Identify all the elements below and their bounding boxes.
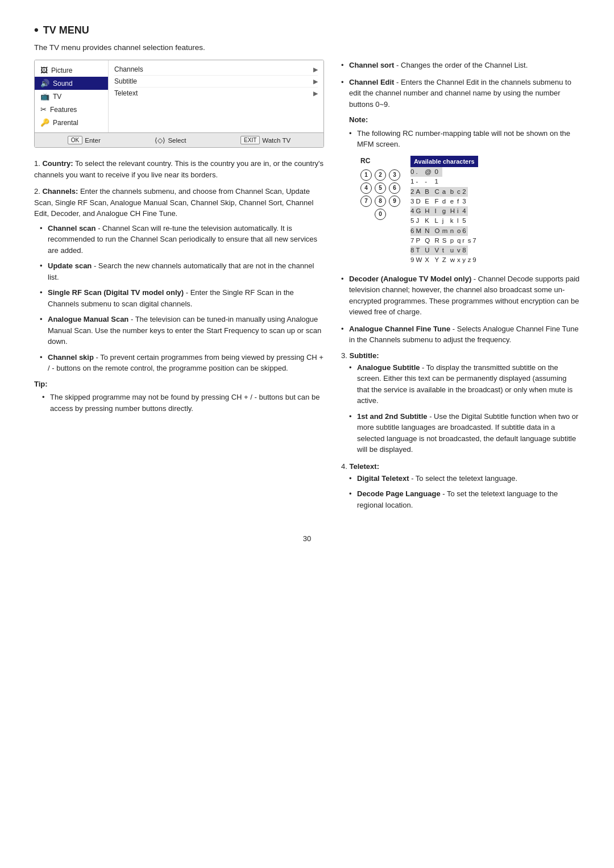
channel-sort-bold: Channel sort [349, 61, 394, 69]
note-label: Note: [349, 114, 580, 126]
update-scan-item: Update scan - Search the new channels au… [40, 260, 324, 283]
rc-row-4-col3: I [434, 206, 442, 216]
menu-item-tv-label: TV [53, 93, 61, 101]
rc-row-1-col2: - [425, 177, 434, 186]
select-icon: ⟨◇⟩ [155, 136, 165, 144]
rc-row-2-col4: a [442, 187, 450, 197]
analogue-fine-bold: Analogue Channel Fine Tune [349, 325, 450, 333]
analogue-subtitle-bold: Analogue Subtitle [357, 363, 420, 372]
rc-row-9-col9: 9 [472, 255, 478, 265]
rc-row-8-col7: 8 [462, 246, 467, 255]
rc-row-7-col6: q [457, 236, 462, 246]
footer-enter: OK Enter [68, 136, 101, 144]
arrow-teletext: ▶ [313, 90, 318, 97]
menu-item-parental[interactable]: 🔑 Parental [35, 116, 108, 129]
submenu-subtitle[interactable]: Subtitle ▶ [114, 76, 318, 88]
rc-row-2-col0: 2 [410, 187, 416, 197]
channel-skip-bold: Channel skip [48, 353, 94, 362]
decoder-item: Decoder (Analogue TV Model only) - Chann… [341, 273, 580, 318]
menu-item-picture-label: Picture [51, 67, 72, 74]
tip-box: Tip: The skipped programme may not be fo… [34, 379, 324, 414]
menu-item-tv[interactable]: 📺 TV [35, 90, 108, 103]
rc-btn-9: 9 [389, 196, 400, 207]
channel-sort-text: - Changes the order of the Channel List. [394, 61, 528, 69]
subtitle-1st2nd-bold: 1st and 2nd Subtitle [357, 412, 428, 421]
channel-scan-item: Channel scan - Channel Scan will re-tune… [40, 223, 324, 256]
select-label: Select [168, 137, 186, 144]
left-column: 🖼 Picture 🔊 Sound 📺 TV ✂ [34, 60, 324, 517]
rc-row-9: 9 W X Y Z w x y z [410, 255, 478, 265]
tv-menu-box: 🖼 Picture 🔊 Sound 📺 TV ✂ [34, 60, 324, 148]
menu-item-parental-label: Parental [53, 119, 78, 127]
page-container: TV MENU The TV menu provides channel sel… [34, 23, 580, 543]
subtitle-num: 3. [341, 351, 349, 360]
rc-row-0-col3: 0 [434, 167, 442, 177]
rc-row-9-col1: W [416, 255, 425, 265]
single-rf-bold: Single RF Scan (Digital TV model only) [48, 288, 184, 297]
channels-bold: Channels: [42, 187, 78, 196]
note-section: Note: The following RC number-mapping ta… [349, 114, 580, 150]
rc-row-0: 0 . @ 0 [410, 167, 478, 177]
rc-row-6-col0: 6 [410, 226, 416, 236]
rc-row-7-col3: R [434, 236, 442, 246]
rc-row-7-col4: S [442, 236, 450, 246]
channel-edit-item: Channel Edit - Enters the Channel Edit i… [341, 77, 580, 265]
intro-text: The TV menu provides channel selection f… [34, 43, 580, 52]
rc-row-2-col7: 2 [462, 187, 467, 197]
country-text: To select the relevant country. This is … [34, 159, 323, 179]
rc-row-3-col1: D [416, 197, 425, 206]
submenu-subtitle-label: Subtitle [114, 77, 137, 85]
rc-btn-2: 2 [375, 169, 386, 181]
exit-button[interactable]: EXIT [240, 136, 260, 144]
watch-label: Watch TV [262, 137, 291, 144]
rc-row-7: 7 P Q R S p q r s [410, 236, 478, 246]
rc-row-6-col3: O [434, 226, 442, 236]
available-chars-header: Available characters [410, 156, 478, 168]
rc-row-5-col7: 5 [462, 216, 467, 226]
channel-scan-bold: Channel scan [48, 224, 96, 232]
rc-row-1-col1: - [416, 177, 425, 186]
decode-page-item: Decode Page Language - To set the telete… [349, 488, 580, 510]
channel-sort-item: Channel sort - Changes the order of the … [341, 60, 580, 71]
rc-row-5: 5 J K L j k l 5 [410, 216, 478, 226]
submenu-teletext[interactable]: Teletext ▶ [114, 88, 318, 99]
channels-num: 2. [34, 187, 42, 196]
rc-row-5-col0: 5 [410, 216, 416, 226]
rc-row-4-col4: g [442, 206, 450, 216]
submenu-channels[interactable]: Channels ▶ [114, 64, 318, 76]
sound-icon: 🔊 [40, 79, 49, 88]
single-rf-item: Single RF Scan (Digital TV model only) -… [40, 287, 324, 309]
rc-row-0-col1: . [416, 167, 425, 177]
rc-row-6-col1: M [416, 226, 425, 236]
rc-row-0-col2: @ [425, 167, 434, 177]
rc-row-5-col5: k [450, 216, 457, 226]
rc-row-5-col4: j [442, 216, 450, 226]
ok-button[interactable]: OK [68, 136, 82, 144]
rc-row-8-col4: t [442, 246, 450, 255]
tip-content-list: The skipped programme may not be found b… [34, 392, 324, 414]
menu-item-picture[interactable]: 🖼 Picture [35, 64, 108, 77]
rc-row-9-col2: X [425, 255, 434, 265]
page-title: TV MENU [34, 23, 580, 38]
enter-label: Enter [85, 137, 101, 144]
rc-row-6-col7: 6 [462, 226, 467, 236]
menu-item-features[interactable]: ✂ Features [35, 103, 108, 116]
rc-row-2-col1: A [416, 187, 425, 197]
rc-row-9-col3: Y [434, 255, 442, 265]
rc-row-4-col7: 4 [462, 206, 467, 216]
picture-icon: 🖼 [40, 66, 48, 74]
channel-skip-item: Channel skip - To prevent certain progra… [40, 352, 324, 374]
rc-row-0-col0: 0 [410, 167, 416, 177]
rc-row-7-col5: p [450, 236, 457, 246]
rc-label: RC [360, 156, 401, 166]
rc-row-3-col0: 3 [410, 197, 416, 206]
rc-btn-0: 0 [375, 209, 386, 220]
main-list: 1. Country: To select the relevant count… [34, 158, 324, 414]
subtitle-section: 3. Subtitle: Analogue Subtitle - To disp… [341, 351, 580, 455]
rc-row-3: 3 D E F d e f 3 [410, 197, 478, 206]
rc-row-4-col1: G [416, 206, 425, 216]
rc-row-7-col0: 7 [410, 236, 416, 246]
menu-item-sound[interactable]: 🔊 Sound [35, 77, 108, 90]
rc-row-3-col4: d [442, 197, 450, 206]
rc-row-2-col3: C [434, 187, 442, 197]
